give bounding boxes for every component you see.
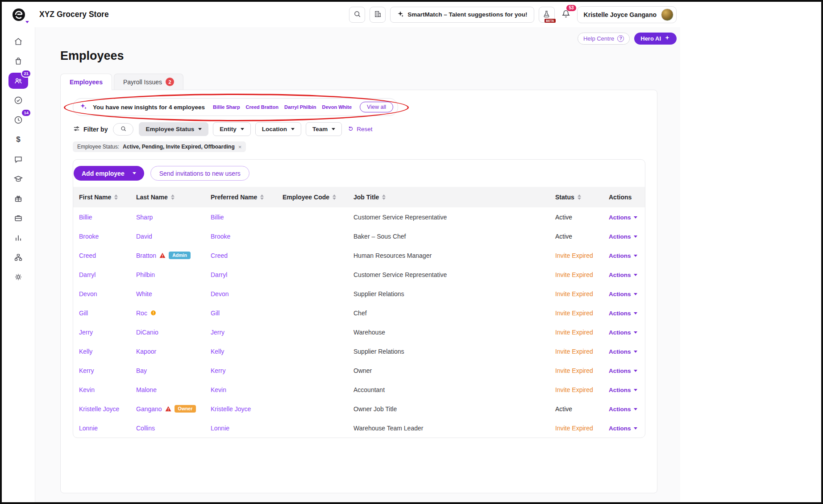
first-name-link[interactable]: Lonnie: [79, 425, 98, 432]
sort-icon[interactable]: [382, 194, 386, 200]
preferred-name-link[interactable]: Jerry: [211, 329, 224, 336]
preferred-name-link[interactable]: Kristelle Joyce: [211, 405, 251, 413]
hero-ai-button[interactable]: Hero AI: [634, 33, 677, 45]
column-header-preferred-name[interactable]: Preferred Name: [205, 187, 277, 207]
preferred-name-link[interactable]: Creed: [211, 252, 228, 259]
actions-dropdown[interactable]: Actions: [609, 214, 637, 221]
preferred-name-link[interactable]: Devon: [211, 290, 229, 297]
sidebar-item-store[interactable]: [8, 53, 28, 69]
first-name-link[interactable]: Billie: [79, 214, 92, 221]
sidebar-item-people[interactable]: 21: [8, 73, 28, 89]
sidebar-item-settings[interactable]: [8, 269, 28, 285]
labs-button[interactable]: BETA: [539, 7, 555, 23]
sidebar-item-payroll[interactable]: $: [8, 132, 28, 148]
filter-dropdown-employee-status[interactable]: Employee Status: [139, 122, 208, 136]
preferred-name-link[interactable]: Brooke: [211, 233, 230, 240]
preferred-name-link[interactable]: Gill: [211, 310, 220, 317]
tab-employees[interactable]: Employees: [60, 74, 112, 90]
actions-dropdown[interactable]: Actions: [609, 233, 637, 240]
sort-icon[interactable]: [114, 194, 118, 200]
actions-dropdown[interactable]: Actions: [609, 425, 637, 432]
column-header-job-title[interactable]: Job Title: [348, 187, 549, 207]
reset-filters-button[interactable]: Reset: [347, 125, 372, 133]
first-name-link[interactable]: Kristelle Joyce: [79, 405, 119, 413]
sort-icon[interactable]: [260, 194, 264, 200]
send-invitations-button[interactable]: Send invitations to new users: [150, 166, 249, 181]
column-header-employee-code[interactable]: Employee Code: [277, 187, 348, 207]
actions-dropdown[interactable]: Actions: [609, 387, 637, 393]
last-name-link[interactable]: Malone: [136, 386, 157, 393]
filter-dropdown-team[interactable]: Team: [306, 122, 342, 136]
last-name-link[interactable]: DiCanio: [136, 329, 158, 336]
add-employee-button[interactable]: Add employee: [74, 166, 144, 181]
first-name-link[interactable]: Gill: [79, 310, 88, 317]
info-icon[interactable]: [150, 310, 156, 316]
sort-icon[interactable]: [333, 194, 336, 200]
insight-employee-tag[interactable]: Devon White: [322, 104, 352, 110]
first-name-link[interactable]: Kerry: [79, 367, 94, 374]
sidebar-item-recruitment[interactable]: [8, 210, 28, 226]
user-menu[interactable]: Kristelle Joyce Gangano: [577, 6, 677, 23]
preferred-name-link[interactable]: Darryl: [211, 271, 227, 278]
insight-employee-tag[interactable]: Darryl Philbin: [284, 104, 316, 110]
warning-icon[interactable]: [165, 406, 171, 412]
app-logo[interactable]: [12, 8, 26, 22]
last-name-link[interactable]: Roc: [136, 310, 147, 317]
view-all-button[interactable]: View all: [360, 102, 393, 112]
sidebar-item-learning[interactable]: [8, 171, 28, 187]
last-name-link[interactable]: Gangano: [136, 405, 162, 413]
preferred-name-link[interactable]: Kevin: [211, 386, 226, 393]
last-name-link[interactable]: Bay: [136, 367, 147, 374]
preferred-name-link[interactable]: Billie: [211, 214, 224, 221]
last-name-link[interactable]: David: [136, 233, 152, 240]
help-centre-button[interactable]: Help Centre ?: [578, 33, 630, 45]
column-header-first-name[interactable]: First Name: [73, 187, 130, 207]
sidebar-item-home[interactable]: [8, 33, 28, 50]
first-name-link[interactable]: Kevin: [79, 386, 95, 393]
sort-icon[interactable]: [171, 194, 175, 200]
column-header-status[interactable]: Status: [549, 187, 603, 207]
organisation-button[interactable]: [370, 7, 386, 23]
sidebar-item-reports[interactable]: [8, 230, 28, 246]
sidebar-item-benefits[interactable]: [8, 190, 28, 207]
actions-dropdown[interactable]: Actions: [609, 272, 637, 278]
sidebar-item-time[interactable]: 14: [8, 112, 28, 128]
first-name-link[interactable]: Kelly: [79, 348, 92, 355]
preferred-name-link[interactable]: Lonnie: [211, 425, 229, 432]
last-name-link[interactable]: Kapoor: [136, 348, 156, 355]
last-name-link[interactable]: Collins: [136, 425, 155, 432]
first-name-link[interactable]: Jerry: [79, 329, 93, 336]
sidebar-item-chat[interactable]: [8, 151, 28, 167]
actions-dropdown[interactable]: Actions: [609, 406, 637, 413]
sidebar-item-tasks[interactable]: [8, 92, 28, 108]
preferred-name-link[interactable]: Kerry: [211, 367, 225, 374]
insight-employee-tag[interactable]: Billie Sharp: [213, 104, 240, 110]
column-header-last-name[interactable]: Last Name: [130, 187, 205, 207]
last-name-link[interactable]: Bratton: [136, 252, 156, 259]
actions-dropdown[interactable]: Actions: [609, 368, 637, 374]
last-name-link[interactable]: Sharp: [136, 214, 153, 221]
smartmatch-button[interactable]: SmartMatch – Talent suggestions for you!: [390, 7, 534, 23]
preferred-name-link[interactable]: Kelly: [211, 348, 224, 355]
first-name-link[interactable]: Creed: [79, 252, 96, 259]
last-name-link[interactable]: Philbin: [136, 271, 155, 278]
filter-dropdown-location[interactable]: Location: [255, 122, 301, 136]
actions-dropdown[interactable]: Actions: [609, 310, 637, 317]
actions-dropdown[interactable]: Actions: [609, 252, 637, 259]
last-name-link[interactable]: White: [136, 290, 152, 297]
sidebar-item-org-chart[interactable]: [8, 249, 28, 265]
first-name-link[interactable]: Devon: [79, 290, 97, 297]
first-name-link[interactable]: Brooke: [79, 233, 99, 240]
first-name-link[interactable]: Darryl: [79, 271, 96, 278]
insight-employee-tag[interactable]: Creed Bratton: [246, 104, 278, 110]
filter-search-button[interactable]: [113, 123, 133, 136]
actions-dropdown[interactable]: Actions: [609, 329, 637, 336]
actions-dropdown[interactable]: Actions: [609, 291, 637, 297]
sort-icon[interactable]: [578, 194, 581, 200]
filter-dropdown-entity[interactable]: Entity: [213, 122, 251, 136]
close-icon[interactable]: ×: [238, 144, 242, 150]
notifications-button[interactable]: 53: [559, 8, 573, 21]
tab-payroll-issues[interactable]: Payroll Issues 2: [114, 74, 183, 90]
actions-dropdown[interactable]: Actions: [609, 348, 637, 355]
warning-icon[interactable]: [159, 252, 166, 258]
